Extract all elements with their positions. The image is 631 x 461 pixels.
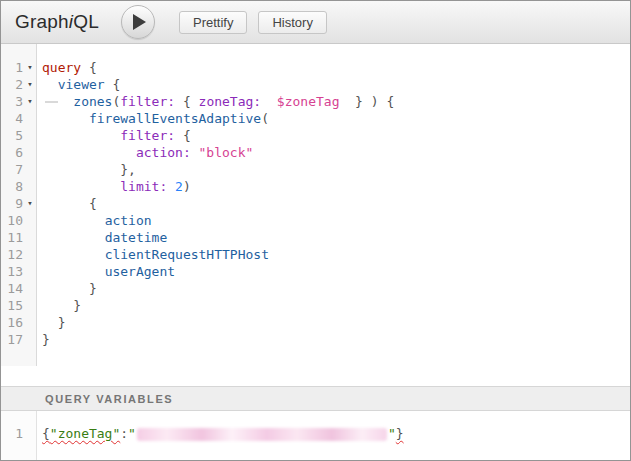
- fold-arrow-icon[interactable]: ▾: [23, 195, 37, 212]
- code-line[interactable]: 3▾ zones(filter: { zoneTag: $zoneTag } )…: [1, 93, 630, 110]
- code-text: }: [37, 314, 65, 331]
- code-line[interactable]: 2▾ viewer {: [1, 76, 630, 93]
- code-token: datetime: [105, 230, 168, 245]
- code-text: action: "block": [37, 144, 253, 161]
- code-line[interactable]: 4 firewallEventsAdaptive(: [1, 110, 630, 127]
- prettify-button[interactable]: Prettify: [179, 11, 247, 34]
- code-token: }: [42, 298, 81, 313]
- execute-query-button[interactable]: [121, 5, 155, 39]
- variables-editor[interactable]: 1 {"zoneTag":""}: [1, 411, 630, 460]
- line-number: 17: [1, 331, 23, 348]
- code-line[interactable]: 1 {"zoneTag":""}: [1, 425, 630, 442]
- history-button[interactable]: History: [258, 11, 326, 34]
- fold-arrow-icon[interactable]: ▾: [23, 93, 37, 110]
- code-text: limit: 2): [37, 178, 191, 195]
- variables-panel-title: QUERY VARIABLES: [45, 393, 173, 405]
- code-token: [42, 94, 73, 109]
- code-token: action:: [136, 145, 191, 160]
- fold-gutter: [23, 263, 37, 280]
- fold-gutter: [23, 297, 37, 314]
- code-line[interactable]: 5 filter: {: [1, 127, 630, 144]
- code-token: {: [81, 60, 97, 75]
- code-line[interactable]: 15 }: [1, 297, 630, 314]
- code-token: limit:: [120, 179, 167, 194]
- code-line[interactable]: 17}: [1, 331, 630, 348]
- code-token: [42, 213, 105, 228]
- code-token: [261, 94, 277, 109]
- code-token: action: [105, 213, 152, 228]
- line-number: 16: [1, 314, 23, 331]
- code-text: zones(filter: { zoneTag: $zoneTag } ) {: [37, 93, 394, 110]
- code-line[interactable]: 12 clientRequestHTTPHost: [1, 246, 630, 263]
- code-line[interactable]: 6 action: "block": [1, 144, 630, 161]
- line-number: 2: [1, 76, 23, 93]
- code-token: }: [42, 332, 50, 347]
- line-number: 12: [1, 246, 23, 263]
- code-token: [42, 264, 105, 279]
- code-text: }: [37, 280, 97, 297]
- code-text: {: [37, 195, 97, 212]
- fold-gutter: [23, 331, 37, 348]
- fold-gutter: [23, 246, 37, 263]
- code-token: [42, 77, 58, 92]
- fold-gutter: [23, 280, 37, 297]
- code-token: {: [105, 77, 121, 92]
- code-token: [42, 111, 89, 126]
- fold-arrow-icon[interactable]: ▾: [23, 76, 37, 93]
- code-text: }: [37, 331, 50, 348]
- line-number: 6: [1, 144, 23, 161]
- code-line[interactable]: 16 }: [1, 314, 630, 331]
- code-token: [167, 179, 175, 194]
- query-code-lines: 1▾query {2▾ viewer {3▾ zones(filter: { z…: [1, 44, 630, 348]
- code-text: filter: {: [37, 127, 191, 144]
- graphiql-logo: GraphiQL: [15, 11, 99, 33]
- code-line[interactable]: 7 },: [1, 161, 630, 178]
- code-token: }: [42, 315, 65, 330]
- fold-gutter: [23, 178, 37, 195]
- code-line[interactable]: 11 datetime: [1, 229, 630, 246]
- code-line[interactable]: 10 action: [1, 212, 630, 229]
- code-token: {: [42, 426, 50, 441]
- code-text: userAgent: [37, 263, 175, 280]
- code-token: userAgent: [105, 264, 175, 279]
- fold-gutter: [23, 314, 37, 331]
- line-number: 11: [1, 229, 23, 246]
- code-token: },: [42, 162, 136, 177]
- line-number: 1: [1, 59, 23, 76]
- code-line[interactable]: 8 limit: 2): [1, 178, 630, 195]
- query-editor[interactable]: 1▾query {2▾ viewer {3▾ zones(filter: { z…: [1, 44, 630, 386]
- code-line[interactable]: 13 userAgent: [1, 263, 630, 280]
- variables-panel-header[interactable]: QUERY VARIABLES: [1, 386, 630, 411]
- line-number: 3: [1, 93, 23, 110]
- line-number: 13: [1, 263, 23, 280]
- code-token: [42, 128, 120, 143]
- fold-arrow-icon[interactable]: ▾: [23, 59, 37, 76]
- fold-gutter: [23, 425, 37, 442]
- code-token: [42, 179, 120, 194]
- line-number: 15: [1, 297, 23, 314]
- code-token: "zoneTag": [50, 426, 120, 441]
- fold-gutter: [23, 212, 37, 229]
- fold-gutter: [23, 229, 37, 246]
- variables-code-text: {"zoneTag":""}: [37, 425, 404, 442]
- line-number: 10: [1, 212, 23, 229]
- code-line[interactable]: 14 }: [1, 280, 630, 297]
- code-token: (: [261, 111, 269, 126]
- redacted-zone-tag-value: [137, 428, 387, 441]
- code-token: }: [396, 426, 404, 441]
- fold-gutter: [23, 144, 37, 161]
- code-token: } ) {: [339, 94, 394, 109]
- code-token: firewallEventsAdaptive: [89, 111, 261, 126]
- code-text: },: [37, 161, 136, 178]
- code-line[interactable]: 1▾query {: [1, 59, 630, 76]
- play-icon: [133, 14, 146, 30]
- code-token: zones: [73, 94, 112, 109]
- code-token: 2: [175, 179, 183, 194]
- code-token: viewer: [58, 77, 105, 92]
- fold-gutter: [23, 161, 37, 178]
- code-line[interactable]: 9▾ {: [1, 195, 630, 212]
- code-token: ): [183, 179, 191, 194]
- code-token: ": [128, 426, 136, 441]
- code-token: {: [175, 128, 191, 143]
- code-token: query: [42, 60, 81, 75]
